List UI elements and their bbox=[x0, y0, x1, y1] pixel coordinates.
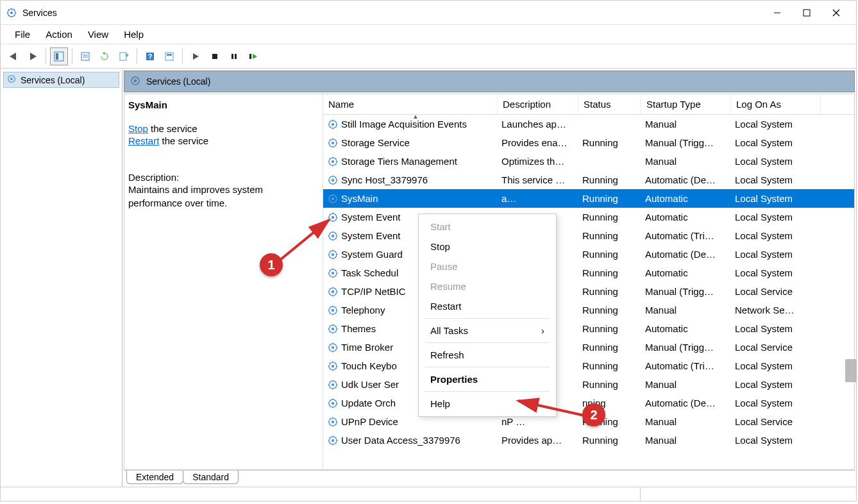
service-startup: Automatic bbox=[641, 193, 731, 204]
service-row[interactable]: Udk User Seroo…RunningManualLocal System bbox=[323, 375, 854, 394]
svg-point-43 bbox=[332, 290, 335, 293]
svg-point-47 bbox=[332, 327, 335, 330]
ctx-refresh[interactable]: Refresh bbox=[419, 345, 556, 365]
tab-standard[interactable]: Standard bbox=[183, 471, 239, 484]
svg-point-49 bbox=[332, 346, 335, 349]
svg-point-27 bbox=[332, 141, 335, 144]
maximize-button[interactable] bbox=[792, 3, 821, 22]
service-startup: Automatic (Tri… bbox=[641, 360, 731, 371]
refresh-button[interactable] bbox=[96, 47, 114, 65]
minimize-button[interactable] bbox=[762, 3, 792, 22]
svg-point-59 bbox=[332, 439, 335, 442]
service-startup: Manual bbox=[641, 156, 731, 167]
export-button[interactable] bbox=[115, 47, 133, 65]
ctx-pause: Pause bbox=[419, 256, 556, 276]
svg-rect-11 bbox=[120, 53, 126, 60]
service-desc: This service … bbox=[498, 174, 578, 185]
help-button[interactable]: ? bbox=[141, 47, 159, 65]
service-status: Running bbox=[578, 342, 641, 353]
column-header-startup[interactable]: Startup Type bbox=[641, 94, 731, 114]
svg-point-55 bbox=[332, 401, 335, 405]
menu-view[interactable]: View bbox=[80, 26, 116, 42]
service-row[interactable]: Storage ServiceProvides ena…RunningManua… bbox=[323, 133, 854, 152]
menu-help[interactable]: Help bbox=[116, 26, 151, 42]
annotation-2: 2 bbox=[513, 394, 603, 435]
service-row[interactable]: Still Image Acquisition EventsLaunches a… bbox=[323, 115, 854, 133]
properties-button[interactable] bbox=[76, 47, 94, 65]
service-name-label: Themes bbox=[341, 323, 376, 334]
ctx-stop[interactable]: Stop bbox=[419, 237, 556, 256]
service-startup: Automatic bbox=[641, 323, 731, 334]
service-name-label: Still Image Acquisition Events bbox=[341, 119, 467, 130]
close-button[interactable] bbox=[821, 3, 851, 22]
svg-point-1 bbox=[10, 11, 13, 14]
sort-indicator-icon: ▲ bbox=[412, 113, 419, 120]
service-row[interactable]: Time Brokeres …RunningManual (Trigg…Loca… bbox=[323, 338, 854, 357]
service-logon: Local System bbox=[731, 137, 821, 148]
svg-point-29 bbox=[332, 160, 335, 163]
toolbar-button[interactable] bbox=[160, 47, 178, 65]
service-row[interactable]: TCP/IP NetBICup…RunningManual (Trigg…Loc… bbox=[323, 282, 854, 301]
svg-point-21 bbox=[10, 78, 13, 80]
service-row[interactable]: Telephonyel…RunningManualNetwork Se… bbox=[323, 301, 854, 319]
restart-service-link[interactable]: Restart bbox=[128, 135, 159, 146]
column-header-logon[interactable]: Log On As bbox=[731, 94, 821, 114]
service-name-label: TCP/IP NetBIC bbox=[341, 286, 406, 297]
ctx-all-tasks[interactable]: All Tasks › bbox=[419, 321, 556, 340]
service-status: Running bbox=[578, 137, 641, 148]
tree-root-item[interactable]: Services (Local) bbox=[3, 72, 119, 88]
service-row[interactable]: Storage Tiers ManagementOptimizes th…Man… bbox=[323, 152, 854, 171]
service-row[interactable]: System Eventes …RunningAutomatic (Tri…Lo… bbox=[323, 226, 854, 245]
service-row[interactable]: Touch Keyboo…RunningAutomatic (Tri…Local… bbox=[323, 357, 854, 375]
statusbar-left bbox=[1, 487, 641, 501]
service-name-label: Time Broker bbox=[341, 342, 393, 353]
stop-service-link[interactable]: Stop bbox=[128, 123, 148, 134]
service-row[interactable]: Themess …RunningAutomaticLocal System bbox=[323, 319, 854, 338]
service-row[interactable]: System Guardan…RunningAutomatic (De…Loca… bbox=[323, 245, 854, 264]
service-row[interactable]: Task Schedulus…RunningAutomaticLocal Sys… bbox=[323, 264, 854, 282]
service-name-label: System Event bbox=[341, 212, 401, 223]
tab-extended[interactable]: Extended bbox=[126, 471, 183, 484]
service-row[interactable]: System Eventsy…RunningAutomaticLocal Sys… bbox=[323, 208, 854, 226]
column-header-status[interactable]: Status bbox=[578, 94, 641, 114]
service-startup: Manual bbox=[641, 435, 731, 446]
svg-point-25 bbox=[332, 122, 335, 126]
service-name-label: UPnP Device bbox=[341, 416, 398, 427]
service-logon: Local Service bbox=[731, 342, 821, 353]
service-name-label: Udk User Ser bbox=[341, 379, 399, 390]
svg-line-61 bbox=[518, 401, 590, 417]
service-logon: Network Se… bbox=[731, 305, 821, 315]
forward-button[interactable] bbox=[24, 47, 42, 65]
scrollbar-thumb[interactable] bbox=[845, 359, 857, 382]
start-service-button[interactable] bbox=[187, 47, 205, 65]
back-button[interactable] bbox=[4, 47, 22, 65]
ctx-properties[interactable]: Properties bbox=[419, 369, 556, 389]
service-logon: Local System bbox=[731, 212, 821, 223]
service-name-label: SysMain bbox=[341, 193, 378, 204]
service-row[interactable]: SysMaina…RunningAutomaticLocal System bbox=[323, 189, 854, 208]
service-logon: Local System bbox=[731, 323, 821, 334]
service-logon: Local System bbox=[731, 360, 821, 371]
gear-icon bbox=[130, 75, 141, 88]
restart-service-button[interactable] bbox=[244, 47, 262, 65]
service-row[interactable]: Sync Host_3379976This service …RunningAu… bbox=[323, 171, 854, 189]
service-startup: Manual bbox=[641, 416, 731, 427]
service-status: Running bbox=[578, 267, 641, 278]
column-header-description[interactable]: Description bbox=[498, 94, 578, 114]
menu-action[interactable]: Action bbox=[38, 26, 80, 42]
service-startup: Manual (Trigg… bbox=[641, 286, 731, 297]
service-logon: Local System bbox=[731, 230, 821, 241]
stop-service-button[interactable] bbox=[206, 47, 224, 65]
show-hide-tree-button[interactable] bbox=[50, 47, 68, 65]
service-name-label: Storage Service bbox=[341, 137, 410, 148]
ctx-start: Start bbox=[419, 217, 556, 237]
svg-point-53 bbox=[332, 383, 335, 386]
column-header-name[interactable]: Name bbox=[323, 94, 498, 114]
menu-file[interactable]: File bbox=[7, 26, 38, 42]
pause-service-button[interactable] bbox=[225, 47, 243, 65]
service-status: Running bbox=[578, 230, 641, 241]
chevron-right-icon: › bbox=[541, 325, 544, 336]
svg-rect-18 bbox=[235, 54, 237, 59]
ctx-restart[interactable]: Restart bbox=[419, 296, 556, 316]
window-title: Services bbox=[22, 8, 762, 18]
